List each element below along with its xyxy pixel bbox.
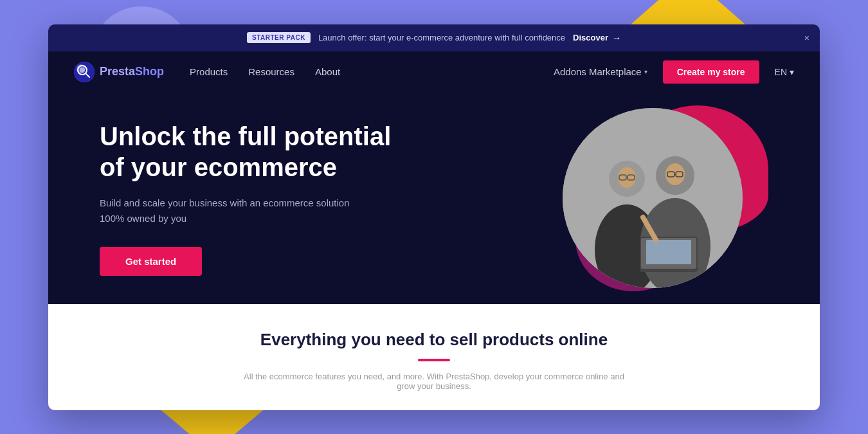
nav-resources[interactable]: Resources <box>248 66 294 77</box>
language-selector[interactable]: EN ▾ <box>775 67 794 77</box>
pink-underline-decoration <box>418 359 450 361</box>
svg-rect-19 <box>646 240 691 264</box>
people-image-circle <box>563 108 743 288</box>
nav-right: Addons Marketplace ▾ Create my store EN … <box>554 60 794 84</box>
hero-content: Unlock the full potential of your ecomme… <box>100 121 434 276</box>
bottom-section-title: Everything you need to sell products onl… <box>260 330 608 350</box>
addons-marketplace-link[interactable]: Addons Marketplace ▾ <box>554 66 647 77</box>
logo-text: PrestaShop <box>100 65 164 78</box>
discover-link[interactable]: Discover → <box>573 33 621 43</box>
svg-point-2 <box>80 68 85 73</box>
starter-pack-badge: Starter Pack <box>247 32 311 43</box>
discover-arrow: → <box>612 33 621 43</box>
create-my-store-button[interactable]: Create my store <box>663 60 759 84</box>
get-started-button[interactable]: Get started <box>100 247 202 276</box>
svg-point-0 <box>74 62 95 82</box>
bottom-section: Everything you need to sell products onl… <box>48 304 820 410</box>
browser-window: Starter Pack Launch offer: start your e-… <box>48 24 820 410</box>
close-announcement-button[interactable]: × <box>804 33 809 43</box>
hero-visual <box>498 93 820 304</box>
announcement-text: Launch offer: start your e-commerce adve… <box>318 33 565 42</box>
logo[interactable]: PrestaShop <box>74 62 164 82</box>
nav-products[interactable]: Products <box>190 66 228 77</box>
nav-about[interactable]: About <box>315 66 340 77</box>
bottom-section-subtitle: All the ecommerce features you need, and… <box>241 372 627 391</box>
navbar: PrestaShop Products Resources About Addo… <box>48 51 820 93</box>
hero-subtitle: Build and scale your business with an ec… <box>100 195 370 226</box>
nav-links: Products Resources About <box>190 66 554 77</box>
announcement-bar: Starter Pack Launch offer: start your e-… <box>48 24 820 51</box>
hero-section: Unlock the full potential of your ecomme… <box>48 93 820 304</box>
logo-icon <box>74 62 95 82</box>
hero-title: Unlock the full potential of your ecomme… <box>100 121 434 183</box>
lang-dropdown-caret: ▾ <box>790 67 794 77</box>
addons-dropdown-caret: ▾ <box>644 68 647 75</box>
